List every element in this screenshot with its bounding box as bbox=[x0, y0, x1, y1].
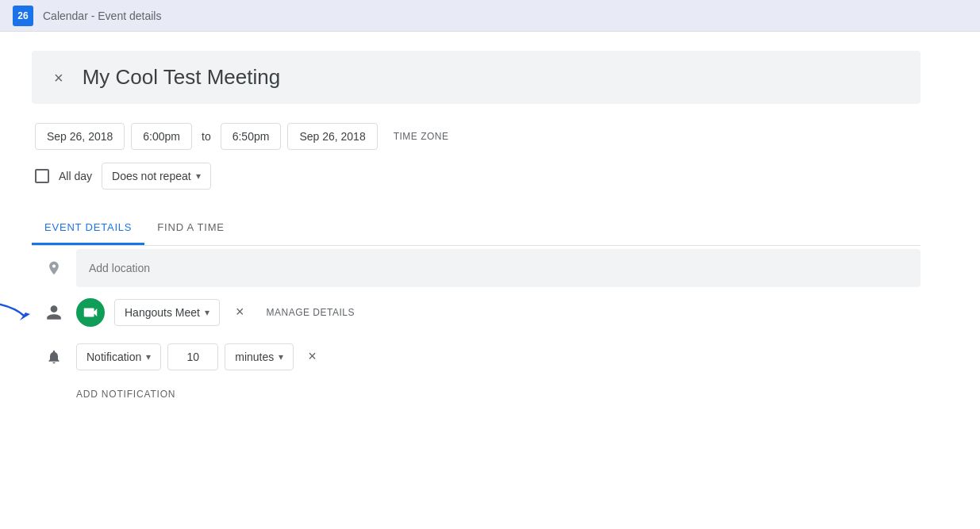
header-row: × My Cool Test Meeting bbox=[32, 51, 920, 104]
add-notification-button[interactable]: ADD NOTIFICATION bbox=[32, 379, 175, 409]
location-icon bbox=[32, 260, 76, 276]
bell-icon bbox=[32, 349, 76, 365]
calendar-icon: 26 bbox=[13, 6, 33, 26]
tab-find-a-time[interactable]: FIND A TIME bbox=[144, 212, 236, 245]
location-input[interactable] bbox=[76, 249, 920, 287]
chevron-down-icon: ▾ bbox=[205, 307, 209, 318]
hangouts-close-button[interactable]: × bbox=[229, 301, 251, 324]
hangouts-row: Hangouts Meet ▾ × MANAGE DETAILS bbox=[32, 290, 920, 335]
chevron-down-icon: ▾ bbox=[146, 351, 151, 362]
chevron-down-icon: ▾ bbox=[196, 171, 201, 182]
start-date-chip[interactable]: Sep 26, 2018 bbox=[35, 123, 125, 150]
timezone-button[interactable]: TIME ZONE bbox=[384, 125, 459, 148]
main-content: × My Cool Test Meeting Sep 26, 2018 6:00… bbox=[0, 32, 952, 428]
repeat-dropdown[interactable]: Does not repeat ▾ bbox=[102, 163, 211, 190]
person-icon bbox=[32, 304, 76, 321]
tabs-row: EVENT DETAILS FIND A TIME bbox=[32, 212, 920, 246]
to-label: to bbox=[198, 130, 214, 143]
chevron-down-icon: ▾ bbox=[279, 351, 283, 362]
notification-unit-label: minutes bbox=[235, 351, 274, 363]
start-time-chip[interactable]: 6:00pm bbox=[131, 123, 192, 150]
hangouts-service-label: Hangouts Meet bbox=[125, 306, 200, 319]
top-bar-title: Calendar - Event details bbox=[43, 10, 161, 22]
hangouts-meet-icon bbox=[76, 298, 105, 327]
notification-type-dropdown[interactable]: Notification ▾ bbox=[76, 343, 161, 370]
event-title: My Cool Test Meeting bbox=[83, 65, 281, 90]
manage-details-button[interactable]: MANAGE DETAILS bbox=[259, 301, 360, 324]
allday-label: All day bbox=[59, 170, 92, 182]
location-content bbox=[76, 249, 920, 287]
datetime-row: Sep 26, 2018 6:00pm to 6:50pm Sep 26, 20… bbox=[32, 123, 920, 150]
end-time-chip[interactable]: 6:50pm bbox=[221, 123, 282, 150]
location-row bbox=[32, 246, 920, 290]
content-area: Hangouts Meet ▾ × MANAGE DETAILS bbox=[32, 246, 920, 409]
close-button[interactable]: × bbox=[51, 67, 67, 89]
end-date-chip[interactable]: Sep 26, 2018 bbox=[287, 123, 377, 150]
notification-content: Notification ▾ minutes ▾ × bbox=[76, 343, 920, 370]
allday-row: All day Does not repeat ▾ bbox=[32, 163, 920, 190]
repeat-label: Does not repeat bbox=[112, 170, 191, 182]
allday-checkbox[interactable] bbox=[35, 169, 49, 183]
tab-event-details[interactable]: EVENT DETAILS bbox=[32, 212, 144, 245]
notification-type-label: Notification bbox=[86, 351, 141, 363]
notification-unit-dropdown[interactable]: minutes ▾ bbox=[225, 343, 294, 370]
hangouts-select-dropdown[interactable]: Hangouts Meet ▾ bbox=[114, 299, 220, 326]
notification-row: Notification ▾ minutes ▾ × bbox=[32, 335, 920, 379]
hangouts-content: Hangouts Meet ▾ × MANAGE DETAILS bbox=[76, 298, 920, 327]
notification-close-button[interactable]: × bbox=[303, 347, 321, 366]
notification-value-input[interactable] bbox=[167, 343, 218, 370]
top-bar: 26 Calendar - Event details bbox=[0, 0, 980, 32]
hangouts-controls: Hangouts Meet ▾ × MANAGE DETAILS bbox=[76, 298, 361, 327]
svg-marker-0 bbox=[20, 312, 30, 320]
